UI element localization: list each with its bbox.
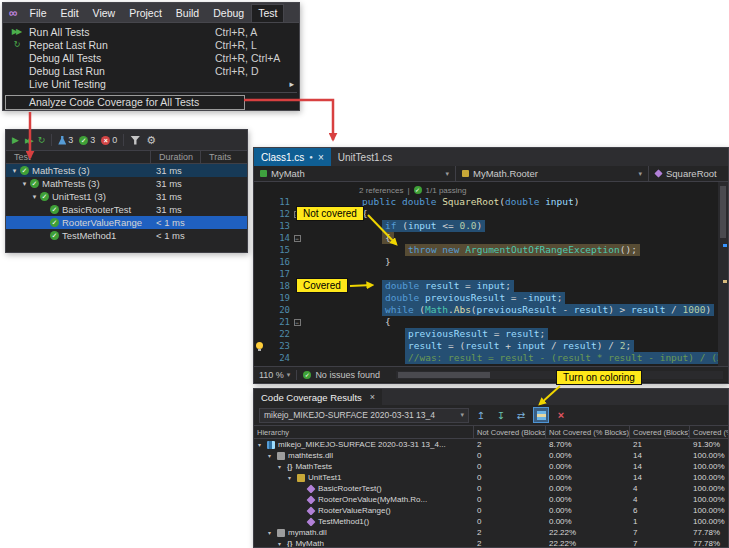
project-dropdown[interactable]: MyMath ▾ <box>254 166 456 181</box>
code-line-19[interactable]: 19double previousResult = -input; <box>254 292 728 304</box>
scrollbar-thumb[interactable] <box>720 186 726 238</box>
passed-tests-badge[interactable]: ✓3 <box>79 135 95 145</box>
coverage-session-dropdown[interactable]: mikejo_MIKEJO-SURFACE 2020-03-31 13_4 ▾ <box>259 408 469 423</box>
zoom-control[interactable]: 110 % ▾ <box>259 370 290 380</box>
issues-indicator[interactable]: ✓ No issues found <box>303 370 380 380</box>
menu-item-run-all-tests[interactable]: ▶▶Run All TestsCtrl+R, A <box>3 25 299 38</box>
menu-item-debug-last-run[interactable]: Debug Last RunCtrl+R, D <box>3 64 299 77</box>
glyph-margin <box>254 304 266 316</box>
coverage-row-basicrootertest[interactable]: BasicRooterTest()00.00%4100.00% <box>254 483 728 494</box>
menu-edit[interactable]: Edit <box>53 4 85 22</box>
export-results-icon[interactable]: ↧ <box>493 407 509 423</box>
coverage-row-rootervaluerange[interactable]: RooterValueRange()00.00%6100.00% <box>254 505 728 516</box>
coverage-row-mathtests-dll[interactable]: ▾mathtests.dll00.00%14100.00% <box>254 450 728 461</box>
import-results-icon[interactable]: ↥ <box>473 407 489 423</box>
test-row-mathtests-3[interactable]: ▾✓MathTests (3)31 ms <box>6 164 247 177</box>
coverage-row-testmethod1[interactable]: TestMethod1()00.00%1100.00% <box>254 516 728 527</box>
test-row-unittest1-3[interactable]: ▾✓UnitTest1 (3)31 ms <box>6 190 247 203</box>
merge-results-icon[interactable]: ⇄ <box>513 407 529 423</box>
column-header-not-covered-blocks[interactable]: Not Covered (Blocks) <box>474 426 546 438</box>
column-header-hierarchy[interactable]: Hierarchy <box>254 426 474 438</box>
column-header-duration[interactable]: Duration <box>151 151 201 163</box>
coverage-row-unittest1[interactable]: ▾UnitTest100.00%14100.00% <box>254 472 728 483</box>
tree-caret-icon[interactable]: ▾ <box>20 180 29 188</box>
tree-caret-icon[interactable]: ▾ <box>268 452 276 459</box>
collapse-region-icon[interactable]: − <box>294 235 301 242</box>
code-line-21[interactable]: 21−{ <box>254 316 728 328</box>
collapse-region-icon[interactable]: − <box>294 319 301 326</box>
tree-caret-icon[interactable]: ▾ <box>278 463 286 470</box>
test-row-mathtests-3[interactable]: ▾✓MathTests (3)31 ms <box>6 177 247 190</box>
test-row-testmethod1[interactable]: ✓TestMethod1< 1 ms <box>6 229 247 242</box>
code-coverage-results-tab[interactable]: Code Coverage Results × <box>254 389 382 405</box>
code-line-13[interactable]: 13if (input <= 0.0) <box>254 220 728 232</box>
column-header-traits[interactable]: Traits <box>201 151 247 163</box>
failed-tests-badge[interactable]: ×0 <box>101 135 117 145</box>
code-line-15[interactable]: 15throw new ArgumentOutOfRangeException(… <box>254 244 728 256</box>
test-row-basicrootertest[interactable]: ✓BasicRooterTest31 ms <box>6 203 247 216</box>
coverage-row-mymath[interactable]: ▾{}MyMath222.22%777.78% <box>254 538 728 548</box>
code-line-23[interactable]: 23result = (result + input / result) / 2… <box>254 340 728 352</box>
coverage-cell: 4 <box>630 495 690 504</box>
coverage-item-name: UnitTest1 <box>308 473 341 482</box>
code-line-22[interactable]: 22previousResult = result; <box>254 328 728 340</box>
tree-caret-icon[interactable]: ▾ <box>268 529 276 536</box>
tab-unittest1-cs[interactable]: UnitTest1.cs <box>331 148 399 166</box>
menu-item-debug-all-tests[interactable]: Debug All TestsCtrl+R, Ctrl+A <box>3 51 299 64</box>
tree-caret-icon[interactable]: ▾ <box>10 167 19 175</box>
menu-project[interactable]: Project <box>122 4 169 22</box>
coverage-item-name: mymath.dll <box>288 528 327 537</box>
namespace-icon: {} <box>287 463 292 471</box>
tree-caret-icon[interactable]: ▾ <box>278 540 286 547</box>
menu-file[interactable]: File <box>23 4 54 22</box>
line-number: 12 <box>266 209 290 219</box>
coverage-row-mathtests[interactable]: ▾{}MathTests00.00%14100.00% <box>254 461 728 472</box>
type-dropdown[interactable]: MyMath.Rooter ▾ <box>456 166 649 181</box>
coverage-row-mymath-dll[interactable]: ▾mymath.dll222.22%777.78% <box>254 527 728 538</box>
column-header-test[interactable]: Test <box>6 151 151 163</box>
menu-item-analyze-code-coverage-for-all-tests[interactable]: Analyze Code Coverage for All Tests <box>3 95 299 108</box>
tree-caret-icon[interactable]: ▾ <box>30 193 39 201</box>
menu-view[interactable]: View <box>86 4 123 22</box>
run-icon[interactable]: ▶ <box>12 136 19 145</box>
glyph-margin <box>254 340 266 352</box>
code-line-20[interactable]: 20while (Math.Abs(previousResult - resul… <box>254 304 728 316</box>
menu-item-live-unit-testing[interactable]: Live Unit Testing▸ <box>3 77 299 90</box>
column-header-covered[interactable]: Covered (% <box>690 426 728 438</box>
codelens-references[interactable]: 2 references <box>359 186 403 195</box>
menu-test[interactable]: Test <box>251 4 284 22</box>
member-dropdown[interactable]: SquareRoot <box>649 166 728 181</box>
lightbulb-icon[interactable] <box>256 342 263 349</box>
codelens-indicator[interactable]: 2 references | ✓ 1/1 passing <box>254 184 728 196</box>
close-icon[interactable]: × <box>318 152 324 163</box>
remove-results-icon[interactable]: × <box>553 407 569 423</box>
modified-dot-icon: ● <box>309 154 313 160</box>
run-all-icon[interactable]: ▶▶ <box>25 136 32 145</box>
settings-gear-icon[interactable]: ⚙ <box>146 136 156 145</box>
coverage-row-rooteronevalue-mymath-ro[interactable]: RooterOneValue(MyMath.Ro...00.00%4100.00… <box>254 494 728 505</box>
test-row-name: ▾✓UnitTest1 (3) <box>6 191 151 202</box>
show-code-coverage-coloring-button[interactable] <box>533 407 549 423</box>
test-row-rootervaluerange[interactable]: ✓RooterValueRange< 1 ms <box>6 216 247 229</box>
column-header-not-covered-blocks[interactable]: Not Covered (% Blocks) <box>546 426 630 438</box>
menu-build[interactable]: Build <box>169 4 206 22</box>
close-icon[interactable]: × <box>370 392 375 402</box>
total-tests-badge[interactable]: 3 <box>58 135 73 145</box>
menu-debug[interactable]: Debug <box>206 4 251 22</box>
tab-label: UnitTest1.cs <box>338 152 392 163</box>
filter-icon[interactable] <box>130 136 140 145</box>
scrollbar-thumb[interactable] <box>398 372 490 378</box>
tree-caret-icon[interactable]: ▾ <box>288 474 296 481</box>
code-line-16[interactable]: 16} <box>254 256 728 268</box>
coverage-cell: 100.00% <box>690 517 728 526</box>
code-line-14[interactable]: 14−{ <box>254 232 728 244</box>
repeat-last-run-icon[interactable]: ↻ <box>38 136 46 145</box>
vertical-scrollbar[interactable] <box>718 182 728 366</box>
menu-item-repeat-last-run[interactable]: ↻Repeat Last RunCtrl+R, L <box>3 38 299 51</box>
codelens-passing[interactable]: 1/1 passing <box>426 186 467 195</box>
column-header-covered-blocks[interactable]: Covered (Blocks) <box>630 426 690 438</box>
coverage-row-mikejo-mikejo-surface-2020-03-31-13-4[interactable]: ▾mikejo_MIKEJO-SURFACE 2020-03-31 13_4..… <box>254 439 728 450</box>
tab-class1-cs[interactable]: Class1.cs ● × <box>254 148 331 166</box>
code-line-24[interactable]: 24//was: result = result - (result * res… <box>254 352 728 364</box>
tree-caret-icon[interactable]: ▾ <box>258 441 266 448</box>
